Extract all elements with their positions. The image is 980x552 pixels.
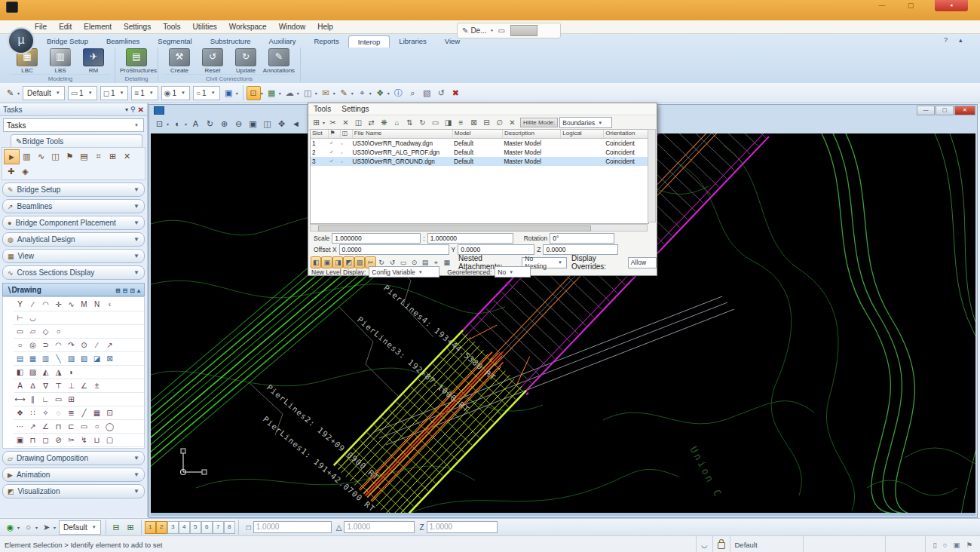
- ribbon-collapse-icon[interactable]: ▴: [959, 36, 963, 44]
- zoom-out-icon[interactable]: ⊖: [231, 117, 246, 131]
- quick-toolbar-button[interactable]: [510, 25, 537, 36]
- ribbon-tab-segmental[interactable]: Segmental: [149, 35, 201, 48]
- drawing-tool-icon[interactable]: ▭: [78, 421, 90, 432]
- bridge-tool-icon[interactable]: ◈: [18, 164, 32, 178]
- drawing-tool-icon[interactable]: Ν: [90, 299, 103, 310]
- menu-item-element[interactable]: Element: [78, 21, 118, 32]
- menu-item-help[interactable]: Help: [311, 21, 339, 32]
- section-cross-sections-display[interactable]: ∿Cross Sections Display▼: [2, 265, 145, 280]
- drawing-tool-icon[interactable]: ✧: [39, 407, 52, 419]
- view-group-icon-1[interactable]: ⊞: [124, 520, 138, 535]
- refs-tool-icon-8[interactable]: ↻: [416, 116, 429, 129]
- drawing-tool-icon[interactable]: ◡: [26, 312, 39, 324]
- offset-z-field[interactable]: 0.0000: [543, 244, 618, 255]
- menu-item-file[interactable]: File: [29, 21, 53, 32]
- drawing-header-icon[interactable]: ⊞: [115, 287, 121, 294]
- drawing-tool-icon[interactable]: ⊡: [103, 407, 116, 419]
- view-group-icon-0[interactable]: ⊟: [109, 520, 124, 535]
- refs-tool-icon-4[interactable]: ⇄: [365, 116, 378, 129]
- column-header-6[interactable]: Logical: [561, 130, 604, 138]
- bridge-tool-icon[interactable]: ⚑: [63, 149, 77, 163]
- view-toggle-4[interactable]: 4: [179, 521, 190, 534]
- ribbon-tab-substructure[interactable]: Substructure: [201, 35, 260, 48]
- ribbon-tab-interop[interactable]: Interop: [348, 35, 390, 48]
- drawing-tool-icon[interactable]: ⊢: [14, 312, 26, 324]
- drawing-tool-icon[interactable]: ⊤: [52, 380, 65, 391]
- drawing-tool-icon[interactable]: ↗: [103, 339, 116, 351]
- scale-ref-field[interactable]: 1.000000: [427, 233, 513, 244]
- georeferenced-select[interactable]: No ▼: [495, 266, 531, 278]
- view-toggle-6[interactable]: 6: [201, 521, 213, 534]
- refs-menu-settings[interactable]: Settings: [336, 105, 374, 113]
- drawing-tool-icon[interactable]: ◯: [103, 421, 116, 432]
- zoom-in-icon[interactable]: ⊕: [217, 117, 231, 131]
- ribbon-tab-beamlines[interactable]: Beamlines: [97, 35, 149, 48]
- drawing-tool-icon[interactable]: ⊥: [65, 380, 78, 391]
- app-system-icon[interactable]: [6, 2, 18, 13]
- bridge-tool-icon[interactable]: ⊞: [106, 149, 120, 163]
- acs-select[interactable]: Default▼: [59, 520, 101, 535]
- attribute-combo-2[interactable]: ≡1▼: [131, 86, 158, 100]
- drawing-tool-icon[interactable]: ⊞: [65, 394, 78, 405]
- drawing-tool-icon[interactable]: ∿: [65, 299, 78, 310]
- drawing-tool-icon[interactable]: ◇: [39, 326, 52, 337]
- drawing-tool-icon[interactable]: ⊓: [26, 434, 39, 446]
- bridge-tool-icon[interactable]: ▤: [77, 149, 91, 163]
- drawing-tool-icon[interactable]: ±: [90, 380, 103, 391]
- reference-row[interactable]: 2✓▫US30\OverRR_ALG_PROF.dgnDefaultMaster…: [311, 148, 648, 157]
- view-toggle-2[interactable]: 2: [156, 521, 167, 534]
- drawing-tool-icon[interactable]: ◠: [52, 339, 65, 351]
- ribbon-button-rm[interactable]: ✈RM: [77, 48, 110, 74]
- tab-bridge-tools[interactable]: ✎ Bridge Tools: [11, 134, 142, 147]
- window-area-icon[interactable]: ▣: [246, 117, 260, 131]
- drawing-tool-icon[interactable]: ∆: [26, 380, 39, 391]
- column-header-1[interactable]: ⚑: [329, 130, 341, 138]
- drawing-tool-icon[interactable]: ∟: [39, 394, 52, 405]
- point-clouds-icon[interactable]: ☁: [283, 86, 297, 100]
- table-vertical-scrollbar[interactable]: [648, 129, 656, 222]
- accusnap-toggle-icon[interactable]: ◉: [3, 520, 17, 535]
- chevron-down-icon[interactable]: ▾: [54, 525, 56, 530]
- chevron-down-icon[interactable]: ▼: [133, 269, 139, 276]
- refs-tool-icon-2[interactable]: ✕: [339, 116, 352, 129]
- chevron-down-icon[interactable]: ▼: [133, 236, 139, 243]
- active-element-template-icon[interactable]: ✎: [3, 86, 17, 100]
- section-bridge-component-placement[interactable]: ●Bridge Component Placement▼: [2, 216, 145, 230]
- drawing-tool-icon[interactable]: ▧: [78, 353, 90, 364]
- locks-icon[interactable]: ➤: [39, 520, 54, 535]
- active-level-indicator[interactable]: Default: [730, 536, 803, 552]
- accudraw-toggle-icon[interactable]: ○: [21, 520, 35, 535]
- element-template-select[interactable]: Default▼: [23, 86, 65, 100]
- drawing-tool-icon[interactable]: ▣: [14, 434, 26, 446]
- bridge-tool-icon[interactable]: ⌗: [91, 149, 106, 163]
- view-toggle-8[interactable]: 8: [224, 521, 235, 534]
- drawing-tool-icon[interactable]: ▨: [26, 366, 39, 378]
- drawing-tool-icon[interactable]: ⊘: [52, 434, 65, 446]
- bridge-tool-icon[interactable]: ∿: [34, 149, 48, 163]
- chevron-down-icon[interactable]: ▾: [369, 90, 372, 96]
- access-key-icon[interactable]: ✖: [449, 86, 463, 100]
- refs-tool-icon-14[interactable]: ∅: [493, 116, 506, 129]
- chevron-down-icon[interactable]: ▼: [133, 455, 139, 462]
- table-horizontal-scrollbar[interactable]: [310, 224, 648, 232]
- refs-tool-icon-1[interactable]: ✂: [326, 116, 339, 129]
- ribbon-button-update[interactable]: ↻Update: [229, 48, 262, 74]
- view-close-button[interactable]: ✕: [954, 106, 975, 115]
- refs-tool-icon-0[interactable]: ⊞: [310, 116, 323, 129]
- section-view[interactable]: ▦View▼: [2, 249, 145, 263]
- close-icon[interactable]: ✕: [138, 106, 144, 114]
- chevron-down-icon[interactable]: ▼: [133, 219, 139, 226]
- column-header-3[interactable]: File Name: [353, 130, 453, 138]
- accudraw-field-1[interactable]: 1.0000: [344, 521, 415, 533]
- drawing-tool-icon[interactable]: ∷: [26, 407, 39, 419]
- bridge-tool-icon[interactable]: ◫: [48, 149, 63, 163]
- offset-x-field[interactable]: 0.0000: [339, 244, 449, 255]
- annotate-icon[interactable]: ✎: [337, 86, 351, 100]
- chevron-down-icon[interactable]: ▾: [315, 90, 317, 96]
- section-bridge-setup[interactable]: ✎Bridge Setup▼: [2, 182, 145, 197]
- attribute-combo-4[interactable]: ○1▼: [193, 86, 220, 100]
- drawing-tool-icon[interactable]: ⋯: [14, 421, 26, 432]
- section-drawing[interactable]: ∖ Drawing ⊞⊟⊡▴: [2, 283, 145, 296]
- tasks-panel-titlebar[interactable]: Tasks ▾ ⚲ ✕: [0, 103, 147, 116]
- square-icon[interactable]: ▭: [498, 26, 505, 35]
